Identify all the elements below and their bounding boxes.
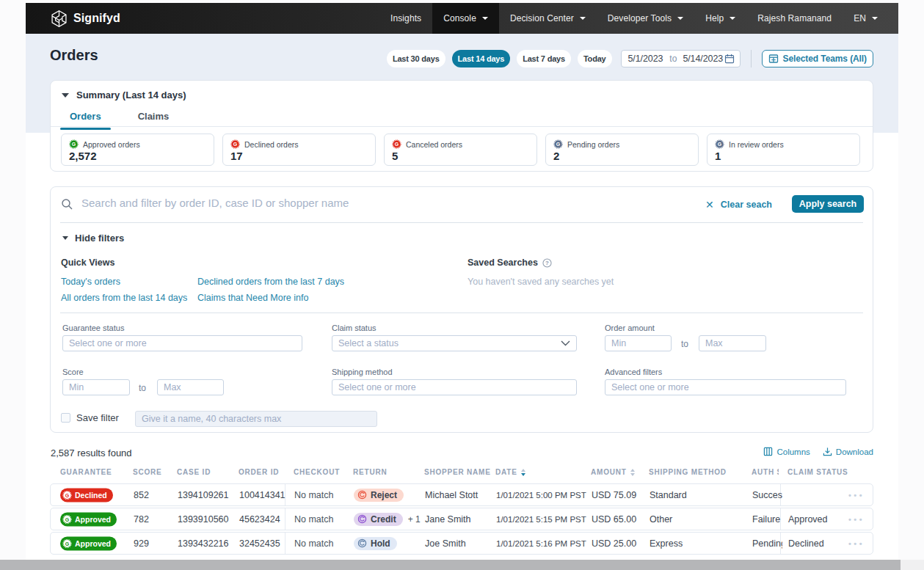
save-filter-name-input[interactable]: Give it a name, 40 characters max — [135, 411, 377, 427]
tabs-underline — [51, 126, 873, 127]
sort-icon[interactable] — [521, 469, 525, 476]
table-row: GApproved782139391056045623424No matchCr… — [50, 508, 873, 530]
guarantee-gear-icon: G — [715, 139, 724, 149]
quick-view-link[interactable]: Claims that Need More info — [197, 293, 308, 303]
guarantee-gear-icon: G — [69, 139, 79, 149]
cell-claim-status: Declined — [788, 538, 824, 549]
brand-name: Signifyd — [73, 12, 120, 25]
calendar-icon[interactable] — [724, 54, 735, 64]
range-pill-last-14-days[interactable]: Last 14 days — [452, 50, 511, 67]
column-header-label: CHECKOUT — [294, 468, 340, 476]
table-row: GApproved929139343221632452435No matchHo… — [50, 532, 873, 555]
download-icon — [823, 447, 832, 456]
scrollbar-thumb[interactable] — [0, 560, 901, 570]
orders-table: GUARANTEESCORECASE IDORDER IDCHECKOUTRET… — [50, 468, 873, 478]
cell-shopper-name: Jane Smith — [425, 514, 471, 525]
nav-item-insights[interactable]: Insights — [379, 3, 432, 34]
search-input[interactable]: Search and filter by order ID, case ID o… — [81, 197, 349, 209]
order-amount-min-input[interactable]: Min — [605, 335, 672, 351]
stat-card: GApproved orders2,572 — [61, 134, 214, 166]
nav-item-decision-center[interactable]: Decision Center — [499, 3, 597, 34]
hide-filters-toggle[interactable]: Hide filters — [62, 233, 124, 244]
column-header-label: SHIPPING METHOD — [649, 468, 727, 476]
quick-view-link[interactable]: Declined orders from the last 7 days — [197, 277, 344, 287]
cell-case-id: 1393432216 — [178, 538, 229, 549]
column-header-amount[interactable]: AMOUNT — [591, 468, 635, 476]
nav-item-developer-tools[interactable]: Developer Tools — [597, 3, 694, 34]
guarantee-pill-label: Approved — [75, 515, 111, 524]
claim-status-label: Claim status — [332, 324, 376, 332]
cell-auth-status: Failure — [752, 514, 782, 525]
date-range-pills: Last 30 daysLast 14 daysLast 7 daysToday — [387, 50, 619, 67]
download-button[interactable]: Download — [823, 447, 873, 456]
date-from-value[interactable]: 5/1/2023 — [628, 54, 663, 64]
row-actions-menu[interactable]: ••• — [848, 491, 865, 500]
hide-filters-triangle-icon — [62, 236, 68, 240]
score-min-input[interactable]: Min — [62, 379, 130, 395]
nav-item-rajesh-ramanand[interactable]: Rajesh Ramanand — [746, 3, 843, 34]
stat-card: GPending orders2 — [545, 134, 699, 166]
clear-search-label: Clear seach — [721, 200, 772, 210]
column-header-date[interactable]: DATE — [495, 468, 525, 476]
row-actions-menu[interactable]: ••• — [848, 539, 865, 548]
guarantee-gear-icon: G — [230, 139, 240, 149]
nav-item-console[interactable]: Console — [432, 3, 499, 34]
stat-card-label: Canceled orders — [406, 140, 462, 149]
guarantee-gear-icon: G — [553, 139, 563, 149]
score-max-input[interactable]: Max — [157, 379, 224, 395]
save-filter-checkbox[interactable] — [61, 413, 70, 423]
design-canvas: Signifyd InsightsConsoleDecision CenterD… — [0, 0, 924, 570]
guarantee-gear-icon: G — [62, 538, 72, 548]
help-icon[interactable]: ? — [542, 258, 552, 268]
range-pill-last-30-days[interactable]: Last 30 days — [387, 50, 445, 67]
order-amount-max-input[interactable]: Max — [699, 335, 766, 351]
svg-text:G: G — [718, 142, 721, 147]
cell-return: Credit+ 1 — [354, 513, 421, 526]
score-to-label: to — [139, 383, 146, 393]
guarantee-status-input[interactable]: Select one or more — [62, 335, 302, 351]
saved-searches: Saved Searches ? You haven't saved any s… — [468, 257, 552, 268]
horizontal-scrollbar — [0, 560, 924, 570]
guarantee-gear-icon: G — [392, 139, 401, 149]
sort-icon[interactable] — [630, 469, 635, 476]
advanced-filters-input[interactable]: Select one or more — [605, 379, 846, 395]
guarantee-pill: GApproved — [60, 536, 117, 550]
range-pill-today[interactable]: Today — [578, 50, 612, 67]
page-title: Orders — [50, 47, 98, 64]
svg-text:G: G — [395, 142, 399, 147]
return-pill-label: Reject — [371, 490, 397, 500]
nav-item-en[interactable]: EN — [843, 3, 889, 34]
cell-order-id: 45623424 — [239, 514, 280, 525]
stat-card: GCanceled orders5 — [384, 134, 537, 166]
cell-checkout: No match — [294, 490, 334, 500]
quick-view-link[interactable]: Today's orders — [61, 277, 120, 287]
guarantee-status-placeholder: Select one or more — [69, 338, 147, 348]
sort-up-icon — [521, 469, 525, 472]
date-range-picker[interactable]: 5/1/2023 to 5/14/2023 — [621, 50, 741, 67]
nav-item-help[interactable]: Help — [694, 3, 746, 34]
columns-label: Columns — [776, 447, 810, 456]
stat-card-label: Declined orders — [244, 140, 299, 149]
date-to-value[interactable]: 5/14/2023 — [683, 54, 723, 64]
advanced-filters-label: Advanced filters — [605, 368, 662, 376]
range-pill-last-7-days[interactable]: Last 7 days — [517, 50, 571, 67]
claim-status-select[interactable]: Select a status — [332, 335, 577, 351]
signifyd-logo[interactable]: Signifyd — [50, 10, 120, 28]
nav-item-label: Console — [443, 13, 476, 23]
shipping-method-input[interactable]: Select one or more — [332, 379, 577, 395]
results-actions: Columns Download — [763, 447, 873, 456]
caret-down-icon — [677, 17, 683, 20]
chevron-down-icon — [561, 340, 570, 346]
selected-teams-button[interactable]: Selected Teams (All) — [762, 50, 874, 67]
apply-search-button[interactable]: Apply search — [792, 195, 864, 213]
columns-button[interactable]: Columns — [763, 447, 810, 456]
clear-search-button[interactable]: ✕ Clear seach — [705, 199, 772, 211]
cell-date: 1/01/2021 5:16 PM PST — [496, 539, 586, 548]
summary-collapse-toggle[interactable]: Summary (Last 14 days) — [62, 89, 186, 101]
row-actions-menu[interactable]: ••• — [848, 515, 865, 524]
sort-up-icon — [630, 469, 635, 472]
stat-card-label: Pending orders — [567, 140, 619, 149]
quick-view-link[interactable]: All orders from the last 14 days — [61, 293, 187, 303]
column-header-claim-status: CLAIM STATUS — [787, 468, 848, 476]
column-header-label: SHOPPER NAME — [424, 468, 491, 476]
